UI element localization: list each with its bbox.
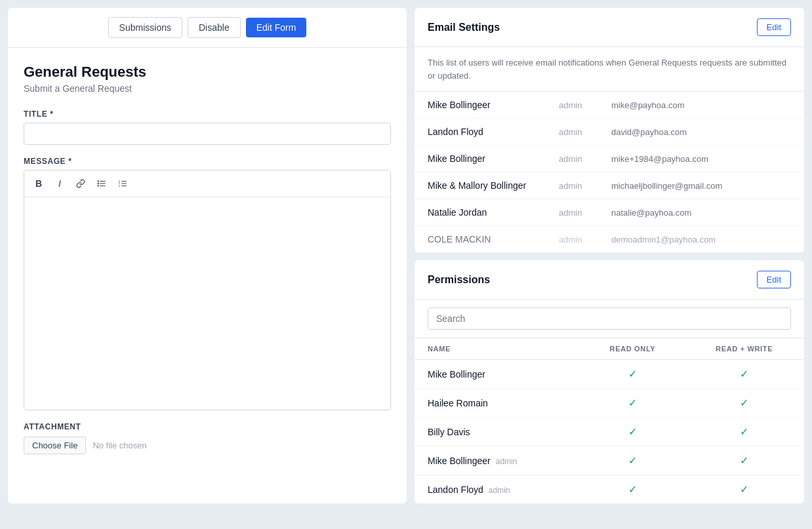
permissions-search-input[interactable] <box>428 307 791 330</box>
main-container: Submissions Disable Edit Form General Re… <box>8 8 804 503</box>
title-input[interactable] <box>24 123 391 145</box>
form-body: General Requests Submit a General Reques… <box>8 48 407 503</box>
perm-read-only-cell: ✓ <box>581 360 685 389</box>
email-user-address: mike+1984@payhoa.com <box>611 154 708 164</box>
email-list-item: Mike Bollinger admin mike+1984@payhoa.co… <box>415 146 804 172</box>
bold-button[interactable]: B <box>30 174 48 193</box>
email-user-list: Mike Bollingeer admin mike@payhoa.com La… <box>415 92 804 252</box>
email-user-role: admin <box>559 100 611 110</box>
email-user-address: david@payhoa.com <box>611 127 687 137</box>
email-settings-card: Email Settings Edit This list of users w… <box>415 8 804 252</box>
permissions-header: Permissions Edit <box>415 260 804 300</box>
message-textarea[interactable] <box>24 197 390 407</box>
check-read-only-icon: ✓ <box>628 368 637 380</box>
svg-text:3: 3 <box>119 184 121 187</box>
svg-point-3 <box>98 181 98 182</box>
perm-read-only-cell: ✓ <box>581 389 685 418</box>
left-panel: Submissions Disable Edit Form General Re… <box>8 8 407 503</box>
svg-point-4 <box>98 183 98 184</box>
permissions-table-row: Billy Davis ✓ ✓ <box>415 418 804 446</box>
check-read-only-icon: ✓ <box>628 455 637 466</box>
permissions-card: Permissions Edit NAME READ ONLY READ + W… <box>415 260 804 503</box>
email-user-role: admin <box>559 181 611 191</box>
rich-editor-wrapper: B I <box>24 170 391 410</box>
permissions-title: Permissions <box>428 274 490 286</box>
check-read-only-icon: ✓ <box>628 397 637 408</box>
title-field-label: TITLE * <box>24 109 391 119</box>
permissions-search-area <box>415 300 804 338</box>
permissions-table-row: Landon Floydadmin ✓ ✓ <box>415 475 804 504</box>
check-read-write-icon: ✓ <box>740 484 748 495</box>
submissions-button[interactable]: Submissions <box>108 17 182 38</box>
left-toolbar: Submissions Disable Edit Form <box>8 8 407 48</box>
permissions-table: NAME READ ONLY READ + WRITE Mike Bolling… <box>415 338 804 503</box>
edit-form-button[interactable]: Edit Form <box>246 18 307 37</box>
permissions-table-row: Mike Bollingeeradmin ✓ ✓ <box>415 446 804 475</box>
attachment-row: Choose File No file chosen <box>24 437 391 454</box>
right-panel: Email Settings Edit This list of users w… <box>415 8 804 503</box>
email-settings-description: This list of users will receive email no… <box>415 47 804 92</box>
email-settings-edit-button[interactable]: Edit <box>757 18 791 36</box>
col-name-header: NAME <box>415 338 581 360</box>
check-read-only-icon: ✓ <box>628 484 637 495</box>
no-file-text: No file chosen <box>92 441 146 450</box>
italic-button[interactable]: I <box>51 174 69 193</box>
perm-user-role: admin <box>489 486 510 495</box>
email-list-item: Mike Bollingeer admin mike@payhoa.com <box>415 92 804 119</box>
perm-read-write-cell: ✓ <box>684 446 804 475</box>
link-button[interactable] <box>71 174 90 193</box>
email-user-name: Mike & Mallory Bollinger <box>428 180 559 191</box>
check-read-only-icon: ✓ <box>628 426 637 437</box>
svg-point-5 <box>98 186 98 186</box>
perm-read-only-cell: ✓ <box>581 446 685 475</box>
email-user-name: Mike Bollingeer <box>428 100 559 110</box>
email-list-item: Landon Floyd admin david@payhoa.com <box>415 119 804 146</box>
perm-read-write-cell: ✓ <box>684 360 804 389</box>
message-section: MESSAGE * B I <box>24 157 391 410</box>
perm-user-name: Billy Davis <box>415 418 581 446</box>
email-user-address: michaeljbollinger@gmail.com <box>611 181 722 191</box>
col-read-write-header: READ + WRITE <box>684 338 804 360</box>
form-subtitle: Submit a General Request <box>24 83 391 94</box>
check-read-write-icon: ✓ <box>740 426 748 437</box>
check-read-write-icon: ✓ <box>740 455 748 466</box>
email-user-role: admin <box>559 235 611 245</box>
check-read-write-icon: ✓ <box>740 368 748 380</box>
email-settings-title: Email Settings <box>428 22 500 33</box>
email-settings-header: Email Settings Edit <box>415 8 804 47</box>
email-user-name: Mike Bollinger <box>428 153 559 164</box>
form-title: General Requests <box>24 64 391 81</box>
email-user-address: natalie@payhoa.com <box>611 208 691 218</box>
choose-file-button[interactable]: Choose File <box>24 437 86 454</box>
email-user-role: admin <box>559 154 611 164</box>
attachment-section: ATTACHMENT Choose File No file chosen <box>24 422 391 454</box>
email-user-role: admin <box>559 127 611 137</box>
email-user-name: Landon Floyd <box>428 127 559 137</box>
permissions-edit-button[interactable]: Edit <box>757 271 791 288</box>
col-read-only-header: READ ONLY <box>581 338 685 360</box>
perm-read-write-cell: ✓ <box>684 475 804 504</box>
email-user-address: demoadmin1@payhoa.com <box>611 235 716 245</box>
email-user-name: COLE MACKIN <box>428 234 559 245</box>
unordered-list-button[interactable] <box>92 174 111 193</box>
email-list-item: Natalie Jordan admin natalie@payhoa.com <box>415 199 804 226</box>
perm-user-name: Mike Bollingeeradmin <box>415 446 581 475</box>
ordered-list-button[interactable]: 1 2 3 <box>113 174 132 193</box>
perm-user-name: Landon Floydadmin <box>415 475 581 504</box>
email-user-address: mike@payhoa.com <box>611 100 684 110</box>
check-read-write-icon: ✓ <box>740 397 748 408</box>
permissions-table-row: Mike Bollinger ✓ ✓ <box>415 360 804 389</box>
email-list-item: Mike & Mallory Bollinger admin michaeljb… <box>415 172 804 199</box>
disable-button[interactable]: Disable <box>188 17 241 38</box>
rich-toolbar: B I <box>24 170 390 197</box>
email-user-name: Natalie Jordan <box>428 207 559 218</box>
permissions-table-row: Hailee Romain ✓ ✓ <box>415 389 804 418</box>
attachment-label: ATTACHMENT <box>24 422 391 431</box>
perm-user-role: admin <box>496 457 518 466</box>
perm-user-name: Mike Bollinger <box>415 360 581 389</box>
perm-read-only-cell: ✓ <box>581 475 685 504</box>
perm-read-write-cell: ✓ <box>684 389 804 418</box>
perm-read-write-cell: ✓ <box>684 418 804 446</box>
perm-read-only-cell: ✓ <box>581 418 685 446</box>
message-field-label: MESSAGE * <box>24 157 391 166</box>
